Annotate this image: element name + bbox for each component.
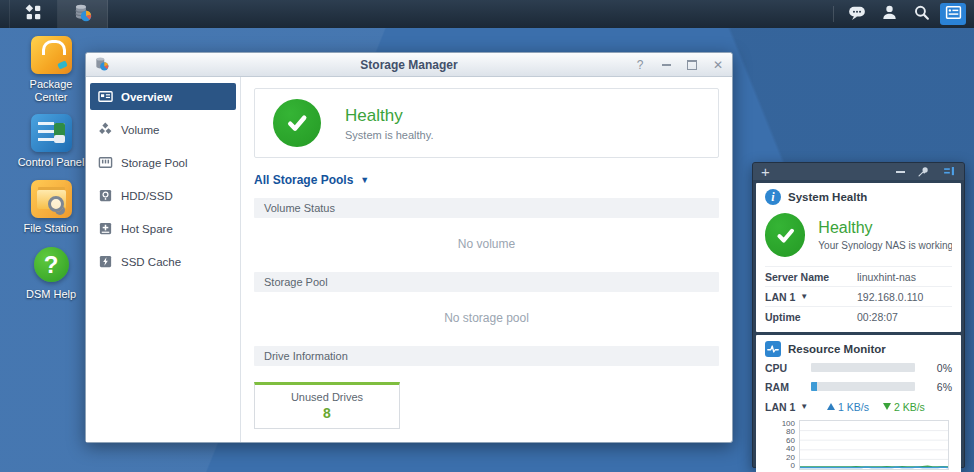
widgets-icon — [945, 4, 962, 24]
show-desktop-button[interactable] — [0, 0, 10, 28]
hot-spare-icon — [98, 221, 113, 236]
cpu-usage-bar — [811, 363, 915, 372]
ram-label: RAM — [765, 381, 811, 393]
row-value: 192.168.0.110 — [857, 291, 923, 303]
row-value: 00:28:07 — [857, 311, 898, 323]
unused-drives-label: Unused Drives — [259, 391, 395, 403]
hdd-ssd-icon — [98, 188, 113, 203]
section-header-storage-pool: Storage Pool — [254, 272, 719, 292]
package-center-icon — [31, 36, 72, 74]
storage-pool-filter-dropdown[interactable]: All Storage Pools ▼ — [254, 173, 369, 187]
sidebar-item-label: Storage Pool — [121, 157, 188, 169]
notifications-button[interactable] — [844, 3, 870, 25]
row-value: linuxhint-nas — [857, 271, 916, 283]
cpu-value: 0% — [937, 362, 952, 374]
sidebar-item-label: HDD/SSD — [121, 190, 173, 202]
search-icon — [913, 4, 930, 24]
maximize-button[interactable] — [686, 59, 698, 71]
desktop-icon-control-panel[interactable]: Control Panel — [14, 114, 88, 169]
ram-value: 6% — [937, 381, 952, 393]
upload-rate: 1 KB/s — [827, 401, 869, 413]
chart-line-0 — [800, 467, 948, 468]
widget-panel-minimize-button[interactable] — [896, 171, 905, 173]
sidebar-item-volume[interactable]: Volume — [90, 116, 236, 143]
desktop: Package Center Control Panel File Statio… — [0, 0, 974, 472]
upload-arrow-icon — [827, 403, 835, 410]
desktop-icon-dsm-help[interactable]: DSM Help — [14, 246, 88, 301]
file-station-icon — [31, 180, 72, 218]
pin-icon[interactable] — [917, 165, 930, 178]
storage-manager-task-button[interactable] — [58, 0, 108, 28]
main-menu-icon — [25, 4, 42, 24]
healthy-check-icon — [273, 99, 321, 147]
top-taskbar — [0, 0, 974, 28]
volume-status-empty-text: No volume — [254, 237, 719, 251]
widget-title: System Health — [788, 191, 867, 203]
ram-bar-fill — [811, 382, 817, 391]
widget-panel-dock-button[interactable] — [942, 165, 956, 178]
healthy-check-icon — [765, 213, 805, 257]
chart-y-axis: 100 80 60 40 20 0 — [765, 420, 799, 470]
window-titlebar[interactable]: Storage Manager ? ✕ — [86, 53, 732, 77]
widgets-toggle-button[interactable] — [940, 3, 966, 25]
lan-label: LAN 1 — [765, 401, 795, 413]
minimize-button[interactable] — [660, 59, 672, 71]
ram-usage-row: RAM 6% — [765, 378, 952, 395]
help-button[interactable]: ? — [634, 59, 646, 71]
widget-health-description: Your Synology NAS is working ... — [818, 240, 952, 251]
overview-content: Healthy System is healthy. All Storage P… — [241, 77, 732, 442]
lan-throughput-row: LAN 1 ▼ 1 KB/s 2 KB/s — [765, 397, 952, 416]
widget-panel-header: + — [753, 163, 964, 180]
widget-health-status: Healthy — [818, 219, 952, 237]
sidebar-item-label: Overview — [121, 91, 172, 103]
topbar-divider — [833, 6, 834, 22]
ram-usage-bar — [811, 382, 915, 391]
sidebar-item-hot-spare[interactable]: Hot Spare — [90, 215, 236, 242]
user-options-button[interactable] — [876, 3, 902, 25]
system-health-card: Healthy System is healthy. — [254, 88, 719, 158]
cpu-usage-row: CPU 0% — [765, 359, 952, 376]
desktop-icon-file-station[interactable]: File Station — [14, 180, 88, 235]
control-panel-icon — [31, 114, 72, 152]
pool-filter-label: All Storage Pools — [254, 173, 353, 187]
volume-icon — [98, 122, 113, 137]
desktop-icon-package-center[interactable]: Package Center — [14, 36, 88, 103]
unused-drives-count: 8 — [259, 405, 395, 421]
desktop-icon-label: Control Panel — [12, 156, 90, 169]
widget-title: Resource Monitor — [788, 343, 886, 355]
upload-value: 1 KB/s — [838, 401, 869, 413]
unused-drives-card: Unused Drives 8 — [254, 382, 400, 429]
sidebar-item-overview[interactable]: Overview — [90, 83, 236, 110]
chevron-down-icon: ▼ — [360, 175, 369, 185]
download-arrow-icon — [883, 403, 891, 410]
main-menu-button[interactable] — [10, 0, 58, 28]
search-button[interactable] — [908, 3, 934, 25]
desktop-icon-label: DSM Help — [12, 288, 90, 301]
info-row-uptime: Uptime 00:28:07 — [765, 306, 952, 326]
section-header-drive-information: Drive Information — [254, 346, 719, 366]
ssd-cache-icon — [98, 254, 113, 269]
sidebar-item-hdd-ssd[interactable]: HDD/SSD — [90, 182, 236, 209]
sidebar-item-storage-pool[interactable]: Storage Pool — [90, 149, 236, 176]
close-button[interactable]: ✕ — [712, 59, 724, 71]
desktop-icon-label: File Station — [12, 222, 90, 235]
chevron-down-icon[interactable]: ▼ — [800, 292, 808, 301]
row-label: Uptime — [765, 311, 857, 323]
storage-pool-empty-text: No storage pool — [254, 311, 719, 325]
storage-manager-sidebar: Overview Volume — [86, 77, 241, 442]
chart-plot-area — [799, 420, 949, 470]
storage-pool-icon — [98, 155, 113, 170]
user-icon — [881, 4, 898, 24]
sidebar-item-label: SSD Cache — [121, 256, 181, 268]
cpu-label: CPU — [765, 362, 811, 374]
chat-icon — [848, 4, 866, 25]
resource-monitor-widget: Resource Monitor CPU 0% RAM 6% LAN 1 ▼ — [756, 335, 961, 472]
section-header-volume-status: Volume Status — [254, 198, 719, 218]
desktop-icon-label: Package Center — [12, 78, 90, 103]
y-tick: 40 — [786, 445, 795, 453]
chevron-down-icon[interactable]: ▼ — [800, 402, 808, 411]
row-label: Server Name — [765, 271, 857, 283]
overview-icon — [98, 89, 113, 104]
sidebar-item-ssd-cache[interactable]: SSD Cache — [90, 248, 236, 275]
add-widget-button[interactable]: + — [761, 163, 770, 180]
